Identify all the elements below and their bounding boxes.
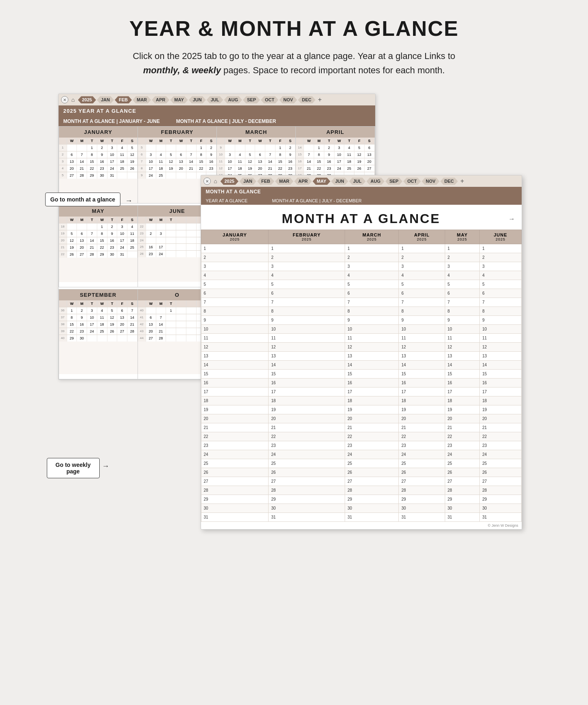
front-tab-feb[interactable]: FEB (257, 177, 274, 185)
table-row: 888888 (201, 307, 521, 316)
front-tab-apr[interactable]: APR (294, 177, 312, 185)
front-tab-dec[interactable]: DEC (440, 177, 458, 185)
front-tab-oct[interactable]: OCT (403, 177, 421, 185)
copyright: © Jenn W Designs (201, 522, 522, 529)
table-row: 232323232323 (201, 441, 521, 450)
table-row: 171717171717 (201, 388, 521, 396)
subtitle-normal: Click on the 2025 tab to go to the year … (133, 51, 455, 61)
january-calendar: JANUARY WMTWTFS 112345 26789101112 31314… (59, 127, 138, 203)
front-tab-jul[interactable]: JUL (349, 177, 366, 185)
table-row: 63456789 (138, 151, 216, 158)
nav-link-jan-june[interactable]: MONTH AT A GLANCE | JANUARY - JUNE (63, 118, 160, 124)
table-row: 191919191919 (201, 405, 521, 414)
front-tab-nov[interactable]: NOV (422, 177, 439, 185)
mag-nav-row: YEAR AT A GLANCE MONTH AT A GLANCE | JUL… (201, 197, 522, 205)
tab-jan[interactable]: JAN (97, 96, 114, 103)
table-row: 512 (138, 144, 216, 151)
table-row: 26789101112 (59, 151, 138, 158)
nav-link-jul-dec[interactable]: MONTH AT A GLANCE | JULY - DECEMBER (176, 118, 276, 124)
september-day-headers: WMTWTFS (59, 300, 138, 307)
table-row: 444444 (201, 271, 521, 280)
front-tab-bar: ✕ ⌂ 2025 JAN FEB MAR APR MAY JUN JUL AUG… (201, 175, 522, 187)
table-row: 666666 (201, 289, 521, 298)
mag-col-feb: FEBRUARY2025 (269, 230, 345, 244)
year-header: 2025 YEAR AT A GLANCE (59, 105, 375, 116)
tab-apr[interactable]: APR (152, 96, 169, 103)
table-row: 242424242424 (201, 450, 521, 459)
table-row: 252525252525 (201, 459, 521, 468)
tab-jul[interactable]: JUL (207, 96, 223, 103)
tab-may[interactable]: MAY (170, 96, 188, 103)
table-row: 37891011121314 (59, 314, 138, 321)
tab-oct[interactable]: OCT (261, 96, 278, 103)
table-row: 313141516171819 (59, 158, 138, 165)
table-row: 22262728293031 (59, 251, 138, 258)
table-row: 202020202020 (201, 414, 521, 423)
table-row: 402930 (59, 335, 138, 342)
table-row: 14123456 (296, 144, 374, 151)
tab-dec[interactable]: DEC (298, 96, 315, 103)
front-tab-may[interactable]: MAY (313, 177, 330, 185)
diagrams-container: ✕ ⌂ 2025 JAN FEB MAR APR MAY JUN JUL AUG… (50, 94, 538, 643)
mag-page-title: MONTH AT A GLANCE (282, 211, 441, 226)
table-row: 3815161718192021 (59, 321, 138, 328)
mag-table: JANUARY2025 FEBRUARY2025 MARCH2025 APRIL… (201, 230, 522, 522)
table-row: 282828282828 (201, 486, 521, 495)
table-row: 999999 (201, 316, 521, 325)
home-button[interactable]: ⌂ (69, 96, 77, 104)
tab-jun[interactable]: JUN (189, 96, 206, 103)
table-row: 333333 (201, 262, 521, 271)
table-row: 1217181920212223 (217, 165, 295, 172)
front-tab-jun[interactable]: JUN (331, 177, 348, 185)
table-row: 710111213141516 (138, 158, 216, 165)
front-tab-sep[interactable]: SEP (385, 177, 402, 185)
table-row: 361234567 (59, 307, 138, 314)
mag-nav-year[interactable]: YEAR AT A GLANCE (206, 198, 248, 203)
table-row: 1614151617181920 (296, 158, 374, 165)
january-day-headers: WMTWTFS (59, 138, 138, 144)
subtitle-bold: monthly, & weekly (143, 65, 221, 75)
annotation-weekly-box: Go to weekly page (47, 458, 100, 478)
table-row: 292929292929 (201, 495, 521, 504)
table-row: 817181920212223 (138, 165, 216, 172)
tab-feb[interactable]: FEB (115, 96, 132, 103)
add-tab-button[interactable]: + (316, 96, 323, 103)
tab-nov[interactable]: NOV (279, 96, 297, 103)
table-row: 161616161616 (201, 379, 521, 388)
table-row: 3922232425262728 (59, 328, 138, 335)
mag-col-may: MAY2025 (445, 230, 479, 244)
front-close-button[interactable]: ✕ (203, 177, 211, 185)
subtitle: Click on the 2025 tab to go to the year … (131, 49, 457, 77)
table-row: 420212223242526 (59, 165, 138, 172)
table-row: 1721222324252627 (296, 165, 374, 172)
tab-sep[interactable]: SEP (243, 96, 260, 103)
table-row: 141414141414 (201, 361, 521, 370)
front-tab-2025[interactable]: 2025 (221, 177, 238, 185)
tab-2025[interactable]: 2025 (78, 96, 96, 103)
tab-aug[interactable]: AUG (224, 96, 242, 103)
tab-mar[interactable]: MAR (133, 96, 151, 103)
september-header: SEPTEMBER (59, 289, 138, 300)
page-title: YEAR & MONTH AT A GLANCE (129, 16, 459, 41)
front-home-button[interactable]: ⌂ (212, 177, 220, 185)
close-button[interactable]: ✕ (61, 96, 68, 103)
table-row: 181818181818 (201, 396, 521, 405)
front-add-tab-button[interactable]: + (459, 177, 466, 185)
table-row: 222222 (201, 253, 521, 262)
table-row: 111111111111 (201, 334, 521, 343)
front-document: ✕ ⌂ 2025 JAN FEB MAR APR MAY JUN JUL AUG… (201, 175, 522, 530)
table-row: 1110111213141516 (217, 158, 295, 165)
annotation-weekly-text: Go to weekly page (55, 462, 90, 475)
mag-nav-jul-dec[interactable]: MONTH AT A GLANCE | JULY - DECEMBER (272, 198, 361, 203)
march-day-headers: WMTWTFS (217, 138, 295, 144)
back-nav-row: MONTH AT A GLANCE | JANUARY - JUNE MONTH… (59, 116, 375, 126)
table-row: 912 (217, 144, 295, 151)
front-tab-aug[interactable]: AUG (367, 177, 385, 185)
front-tab-mar[interactable]: MAR (275, 177, 293, 185)
mag-next-arrow[interactable]: → (509, 215, 515, 223)
table-row: 52728293031 (59, 172, 138, 179)
february-day-headers: WMTWTFS (138, 138, 216, 144)
table-row: 131313131313 (201, 352, 521, 361)
may-header: MAY (59, 206, 138, 217)
front-tab-jan[interactable]: JAN (239, 177, 256, 185)
